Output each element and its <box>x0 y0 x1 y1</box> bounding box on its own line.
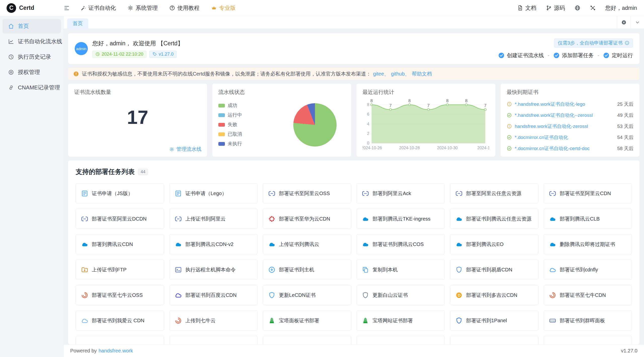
topnav-item[interactable]: 系统管理 <box>128 4 158 12</box>
sidebar-item[interactable]: 首页 <box>3 19 61 33</box>
close-circle-button[interactable] <box>617 16 630 28</box>
chevron-down-button[interactable] <box>630 16 644 28</box>
handsfree-link[interactable]: handsfree.work <box>99 348 133 353</box>
topnav-action-icon[interactable] <box>590 5 596 11</box>
cert-name-link[interactable]: *.docmirror.cn证书自动化 <box>515 134 612 141</box>
task-card[interactable]: 删除腾讯云即将过期证书 <box>544 234 632 254</box>
brand[interactable]: C Certd <box>0 3 64 13</box>
task-card[interactable]: 执行远程主机脚本命令 <box>169 260 258 280</box>
task-card-partial[interactable] <box>169 336 258 344</box>
task-card[interactable]: 部署到腾讯云CLB <box>544 209 632 229</box>
task-card[interactable]: 更新LeCDN证书 <box>263 285 351 305</box>
legend-item[interactable]: 运行中 <box>218 112 242 118</box>
sidebar-item[interactable]: 授权管理 <box>3 65 61 80</box>
task-card[interactable]: 部署证书至华为云CDN <box>263 209 351 229</box>
cert-name-link[interactable]: handsfree.work证书自动化-zerossl <box>515 123 612 130</box>
manage-pipelines-link[interactable]: 管理流水线 <box>169 146 202 153</box>
task-card[interactable]: 证书申请（JS版） <box>76 183 164 203</box>
task-card-partial[interactable] <box>263 336 351 344</box>
task-card-partial[interactable] <box>450 336 538 344</box>
notice-link[interactable]: gitee、 <box>373 71 389 77</box>
sidebar-item[interactable]: 证书自动化流水线 <box>3 34 61 49</box>
task-card[interactable]: 上传到七牛云 <box>169 310 258 331</box>
tasks-grid: 证书申请（JS版）证书申请（Lego）部署证书至阿里云OSS部署到阿里云Ack部… <box>76 183 632 344</box>
promo-badge[interactable]: 仅需3步，全自动申请部署证书 <box>554 39 633 48</box>
gear-icon <box>169 147 174 152</box>
check-circle-icon <box>507 135 512 140</box>
welcome-badges: 2024-11-02 22:10:20 v1.27.0 <box>92 51 183 58</box>
task-card[interactable]: 部署证书到我爱云 CDN <box>76 310 164 331</box>
task-card[interactable]: 部署证书到多吉云CDN <box>450 285 538 305</box>
cloud-outline-icon <box>549 266 556 273</box>
tencent-cloud-icon <box>81 241 88 248</box>
task-card[interactable]: 宝塔网站证书部署 <box>356 310 445 331</box>
task-card[interactable]: 部署到腾讯云EO <box>450 234 538 254</box>
qiniu-swirl-icon <box>175 317 182 324</box>
certificate-icon <box>81 190 88 197</box>
task-card[interactable]: 上传证书到阿里云 <box>169 209 258 229</box>
task-card[interactable]: 部署证书至七牛云OSS <box>76 285 164 305</box>
task-card[interactable]: 部署到腾讯云CDN <box>76 234 164 254</box>
step-label: 定时运行 <box>612 52 633 59</box>
task-card-partial[interactable] <box>544 336 632 344</box>
tasks-title: 支持的部署任务列表 <box>76 167 135 176</box>
user-greeting[interactable]: 您好，admin <box>605 4 637 12</box>
legend-item[interactable]: 失败 <box>218 121 242 128</box>
cert-name-link[interactable]: *.handsfree.work证书自动化--zerossl <box>515 112 612 119</box>
certificate-icon <box>175 190 182 197</box>
topnav-action[interactable]: 文档 <box>517 4 536 12</box>
task-card[interactable]: 宝塔面板证书部署 <box>263 310 351 331</box>
task-card[interactable]: 部署到腾讯云CDN-v2 <box>169 234 258 254</box>
legend-item[interactable]: 成功 <box>218 102 242 109</box>
tab[interactable]: 首页 <box>67 18 88 28</box>
cert-name-link[interactable]: *.handsfree.work证书自动化-lego <box>515 101 612 108</box>
task-card[interactable]: 证书申请（Lego） <box>169 183 258 203</box>
app-root: C Certd 证书自动化系统管理使用教程专业版 文档源码 您好，admin 首… <box>0 0 644 357</box>
cname-link-icon <box>8 85 14 91</box>
task-card[interactable]: 部署证书到主机 <box>263 260 351 280</box>
task-card-partial[interactable] <box>356 336 445 344</box>
task-card[interactable]: 部署证书至阿里云DCDN <box>76 209 164 229</box>
notice-link[interactable]: 帮助文档 <box>412 71 432 77</box>
doc-text-icon <box>517 5 523 11</box>
status-legend: 成功运行中失败已取消未执行 <box>218 102 242 147</box>
menu-fold-icon[interactable] <box>64 5 70 11</box>
sidebar-item[interactable]: 执行历史记录 <box>3 50 61 64</box>
task-card[interactable]: 部署证书到cdnfly <box>544 260 632 280</box>
topnav-item[interactable]: 专业版 <box>211 4 236 12</box>
task-card[interactable]: 部署证书到腾讯云COS <box>356 234 445 254</box>
task-card[interactable]: 复制到本机 <box>356 260 445 280</box>
footer-version: v1.27.0 <box>621 348 637 354</box>
sidebar-item[interactable]: CNAME记录管理 <box>3 80 61 95</box>
onboarding-step: 创建证书流水线 <box>498 52 544 59</box>
legend-item[interactable]: 未执行 <box>218 140 242 147</box>
task-card[interactable]: 部署证书到百度云CDN <box>169 285 258 305</box>
task-card[interactable]: 上传证书到腾讯云 <box>263 234 351 254</box>
svg-text:7: 7 <box>484 103 486 108</box>
task-card[interactable]: 部署证书至七牛CDN <box>544 285 632 305</box>
task-card[interactable]: SYNO部署证书到群晖面板 <box>544 310 632 331</box>
expiring-cert-row: handsfree.work证书自动化-zerossl53 天后 <box>507 122 633 131</box>
task-card[interactable]: 更新白山云证书 <box>356 285 445 305</box>
task-card[interactable]: 部署到腾讯云TKE-ingress <box>356 209 445 229</box>
task-card[interactable]: 部署证书到腾讯云任意云资源 <box>450 209 538 229</box>
svg-text:8: 8 <box>446 98 449 103</box>
legend-label: 未执行 <box>228 140 242 147</box>
task-card[interactable]: 上传证书到FTP <box>76 260 164 280</box>
task-card[interactable]: 部署证书到1Panel <box>450 310 538 331</box>
task-card[interactable]: 部署至阿里云任意云资源 <box>450 183 538 203</box>
task-card[interactable]: 部署证书到易盾CDN <box>450 260 538 280</box>
task-card[interactable]: 部署到阿里云Ack <box>356 183 445 203</box>
topnav-action-icon[interactable] <box>575 5 580 11</box>
cert-name-link[interactable]: *.docmirror.cn证书自动化-certd-doc <box>515 145 612 152</box>
legend-item[interactable]: 已取消 <box>218 131 242 137</box>
topnav-item[interactable]: 使用教程 <box>169 4 199 12</box>
task-card[interactable]: 部署证书至阿里云CDN <box>544 183 632 203</box>
task-card-partial[interactable] <box>76 336 164 344</box>
topnav-item[interactable]: 证书自动化 <box>80 4 116 12</box>
task-label: 部署证书至华为云CDN <box>279 216 330 222</box>
topnav-action[interactable]: 源码 <box>546 4 565 12</box>
cert-days-left: 54 天后 <box>617 134 633 141</box>
task-card[interactable]: 部署证书至阿里云OSS <box>263 183 351 203</box>
notice-link[interactable]: github、 <box>391 71 410 77</box>
